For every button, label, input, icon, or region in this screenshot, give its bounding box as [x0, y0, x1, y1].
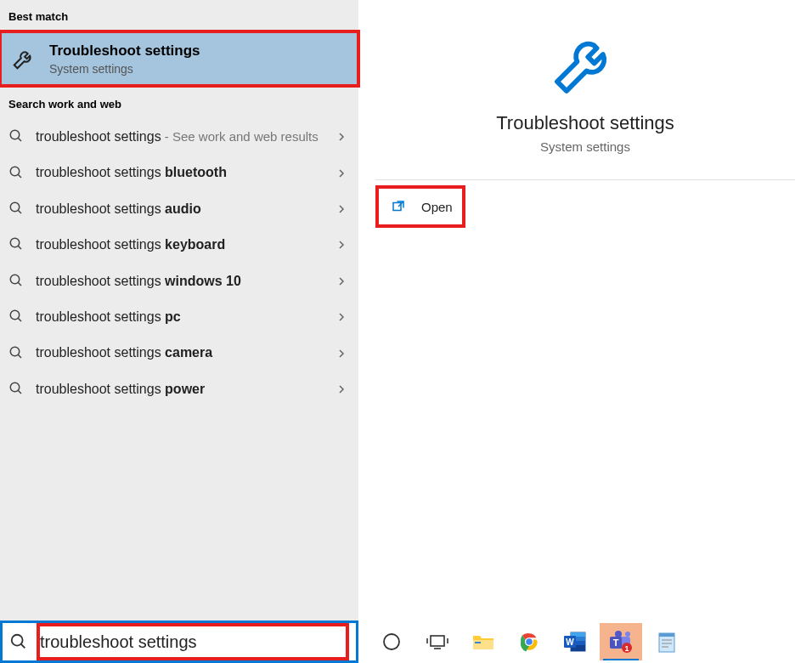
svg-point-17: [12, 635, 23, 646]
teams-icon[interactable]: T 1: [600, 623, 642, 660]
suggestion-text: troubleshoot settings - See work and web…: [36, 128, 326, 146]
search-icon: [9, 632, 30, 651]
svg-point-38: [615, 631, 622, 638]
wrench-icon: [8, 43, 39, 74]
svg-line-5: [18, 210, 21, 213]
chevron-right-icon: [336, 384, 350, 394]
file-explorer-icon[interactable]: [462, 623, 505, 660]
svg-point-12: [10, 347, 20, 356]
wrench-icon-large: [358, 26, 812, 100]
best-match-item[interactable]: Troubleshoot settings System settings: [0, 31, 358, 86]
open-action[interactable]: Open: [377, 187, 464, 226]
preview-subtitle: System settings: [358, 139, 812, 154]
taskbar: W T 1: [0, 620, 812, 663]
svg-point-37: [625, 632, 630, 637]
search-suggestion[interactable]: troubleshoot settings - See work and web…: [0, 119, 358, 155]
search-icon: [8, 201, 25, 218]
svg-line-15: [18, 390, 21, 394]
search-icon: [8, 345, 25, 362]
search-icon: [8, 273, 25, 290]
svg-point-4: [10, 202, 20, 212]
search-icon: [8, 236, 25, 253]
divider: [375, 179, 795, 180]
search-icon: [8, 128, 25, 145]
preview-title: Troubleshoot settings: [358, 112, 812, 134]
svg-rect-24: [473, 640, 493, 649]
chrome-icon[interactable]: [508, 623, 550, 660]
svg-text:W: W: [566, 638, 574, 647]
svg-point-0: [10, 131, 20, 140]
preview-pane: Troubleshoot settings System settings Op…: [358, 0, 812, 620]
suggestion-text: troubleshoot settings audio: [36, 200, 326, 218]
svg-line-7: [18, 246, 21, 250]
svg-point-10: [10, 310, 20, 320]
svg-rect-16: [393, 203, 401, 211]
svg-rect-25: [475, 642, 481, 643]
chevron-right-icon: [336, 240, 350, 250]
svg-text:1: 1: [624, 644, 629, 653]
best-match-title: Troubleshoot settings: [49, 42, 200, 60]
best-match-subtitle: System settings: [49, 62, 200, 76]
search-input[interactable]: [40, 632, 349, 652]
search-icon: [8, 381, 25, 398]
search-results-pane: Best match Troubleshoot settings System …: [0, 0, 358, 620]
search-icon: [8, 309, 25, 326]
svg-rect-20: [431, 636, 444, 646]
open-label: Open: [421, 200, 453, 214]
notepad-icon[interactable]: [646, 623, 688, 660]
svg-line-3: [18, 174, 21, 178]
svg-line-18: [21, 644, 25, 649]
svg-point-2: [10, 167, 20, 176]
svg-line-11: [18, 318, 21, 321]
chevron-right-icon: [336, 348, 350, 359]
search-suggestion[interactable]: troubleshoot settings power: [0, 371, 358, 407]
search-suggestion[interactable]: troubleshoot settings camera: [0, 335, 358, 371]
taskbar-icons: W T 1: [358, 623, 812, 660]
search-web-header: Search work and web: [0, 88, 358, 119]
search-suggestion[interactable]: troubleshoot settings bluetooth: [0, 155, 358, 190]
search-icon: [8, 165, 25, 182]
svg-line-9: [18, 282, 21, 286]
chevron-right-icon: [336, 312, 350, 322]
svg-point-19: [384, 634, 399, 649]
search-suggestion[interactable]: troubleshoot settings keyboard: [0, 227, 358, 263]
task-view-icon[interactable]: [416, 623, 459, 660]
cortana-icon[interactable]: [370, 623, 413, 660]
chevron-right-icon: [336, 168, 350, 178]
chevron-right-icon: [336, 132, 350, 142]
svg-text:T: T: [613, 638, 619, 648]
chevron-right-icon: [336, 204, 350, 214]
suggestion-text: troubleshoot settings windows 10: [36, 272, 326, 291]
word-icon[interactable]: W: [554, 623, 596, 660]
suggestion-text: troubleshoot settings bluetooth: [36, 163, 326, 182]
suggestion-text: troubleshoot settings keyboard: [36, 235, 326, 254]
svg-point-14: [10, 382, 20, 392]
svg-point-6: [10, 239, 20, 248]
svg-line-13: [18, 354, 21, 358]
search-suggestion[interactable]: troubleshoot settings audio: [0, 191, 358, 227]
chevron-right-icon: [336, 276, 350, 286]
suggestion-text: troubleshoot settings pc: [36, 308, 326, 326]
search-box[interactable]: [0, 620, 358, 663]
search-suggestion[interactable]: troubleshoot settings pc: [0, 299, 358, 335]
best-match-header: Best match: [0, 0, 358, 31]
suggestion-text: troubleshoot settings camera: [36, 343, 326, 362]
svg-line-1: [18, 139, 21, 142]
suggestion-text: troubleshoot settings power: [36, 380, 326, 399]
svg-point-8: [10, 275, 20, 284]
open-external-icon: [391, 199, 406, 214]
search-suggestion[interactable]: troubleshoot settings windows 10: [0, 264, 358, 299]
svg-rect-44: [659, 633, 674, 637]
